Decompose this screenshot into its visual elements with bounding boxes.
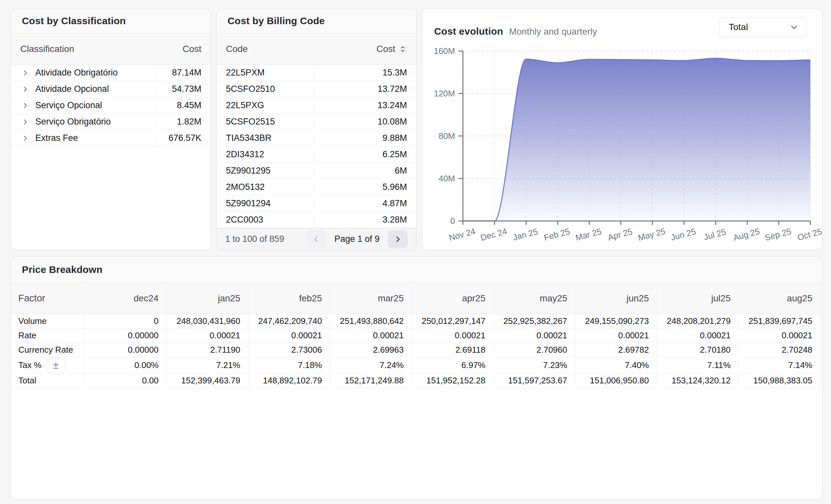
series-select-value: Total (729, 22, 748, 32)
classification-table-body: Atividade Obrigatório87.14MAtividade Opc… (11, 65, 210, 250)
price-value-cell: 7.24% (330, 357, 411, 373)
billing-cost-value: 15.3M (315, 65, 416, 81)
tax-stepper-button[interactable]: ± (47, 358, 65, 373)
billing-row[interactable]: 5CSFO251013.72M (217, 81, 416, 97)
billing-pagination: 1 to 100 of 859 Page 1 of 9 (217, 228, 416, 250)
billing-cost-value: 6M (315, 163, 416, 179)
factor-name: Currency Rate (18, 345, 73, 355)
x-axis-tick-label: Jul 25 (703, 227, 727, 242)
chevron-right-icon[interactable] (21, 118, 29, 126)
billing-row[interactable]: 22L5PXG13.24M (217, 97, 416, 114)
billing-code-cell: 2CC0003 (217, 212, 315, 228)
billing-panel-title: Cost by Billing Code (228, 16, 325, 27)
price-value-cell: 153,124,320.12 (657, 374, 739, 388)
chevron-right-icon[interactable] (21, 85, 29, 93)
price-table-header: Factor dec24jan25feb25mar25apr25may25jun… (11, 283, 822, 314)
cost-evolution-area-chart[interactable]: 040M80M120M160MNov 24Dec 24Jan 25Feb 25M… (422, 9, 822, 250)
chevron-right-icon[interactable] (21, 101, 29, 110)
classification-table-header: Classification Cost (11, 33, 210, 65)
price-value-cell: 150,988,383.05 (739, 374, 820, 388)
billing-cost-value: 3.28M (315, 212, 416, 228)
price-row: Tax %±0.00%7.21%7.18%7.24%6.97%7.23%7.40… (11, 357, 822, 374)
price-value-cell: 247,462,209,740 (248, 314, 330, 328)
price-value-cell: 248,030,431,960 (166, 314, 248, 328)
classification-name-cell: Serviço Opcional (11, 97, 157, 113)
x-axis-tick-label: Jun 25 (670, 227, 697, 242)
price-factor-label: Volume (11, 314, 85, 328)
x-axis-tick-label: May 25 (637, 226, 666, 243)
price-value-cell: 251,839,697,745 (739, 314, 820, 328)
row-spacer-cell (820, 343, 823, 357)
price-value-cell: 0.00021 (657, 328, 739, 343)
billing-row[interactable]: 22L5PXM15.3M (217, 65, 416, 81)
price-value-cell: 252,925,382,267 (493, 314, 575, 328)
price-value-cell: 2.69963 (330, 343, 411, 357)
classification-row[interactable]: Atividade Opcional54.73M (11, 81, 210, 97)
price-row: Volume0248,030,431,960247,462,209,740251… (11, 314, 822, 328)
billing-row[interactable]: 2DI343126.25M (217, 146, 416, 163)
billing-code-cell: 22L5PXM (217, 65, 315, 81)
billing-row[interactable]: 5CSFO251510.08M (217, 114, 416, 130)
billing-code-cell: 5Z9901294 (217, 196, 315, 211)
price-value-cell: 7.11% (657, 357, 739, 373)
classification-cost-value: 1.82M (157, 114, 210, 130)
billing-table-body: 22L5PXM15.3M5CSFO251013.72M22L5PXG13.24M… (217, 65, 416, 228)
billing-code-cell: 2MO5132 (217, 179, 315, 195)
factor-name: Total (18, 376, 36, 386)
price-value-cell: 2.69118 (411, 343, 493, 357)
classification-name-cell: Atividade Obrigatório (11, 65, 157, 81)
classification-row[interactable]: Serviço Opcional8.45M (11, 97, 210, 114)
billing-row[interactable]: 2MO51325.96M (217, 179, 416, 196)
price-factor-label: Rate (11, 328, 85, 343)
price-value-cell: 6.97% (411, 357, 493, 373)
billing-row[interactable]: 5Z99012944.87M (217, 196, 416, 212)
classification-row[interactable]: Extras Fee676.57K (11, 130, 210, 146)
classification-label: Extras Fee (35, 133, 78, 143)
sort-icon (399, 45, 407, 53)
month-col-header: dec24 (85, 283, 166, 314)
price-value-cell: 0.00021 (411, 328, 493, 343)
billing-code-cell: TIA5343BR (217, 130, 315, 146)
row-spacer-cell (820, 328, 823, 343)
cost-evolution-panel: Cost evolution Monthly and quarterly Tot… (422, 8, 823, 250)
factor-name: Rate (18, 330, 36, 340)
price-value-cell: 0.00021 (166, 328, 248, 343)
price-value-cell: 0 (85, 314, 166, 328)
factor-name: Tax % (18, 360, 41, 370)
billing-row[interactable]: 2CC00033.28M (217, 212, 416, 228)
price-value-cell: 0.00% (85, 357, 166, 373)
price-value-cell: 148,892,102.79 (248, 374, 330, 388)
price-panel-title: Price Breakdown (22, 264, 102, 275)
price-value-cell: 7.14% (739, 357, 820, 373)
billing-cost-value: 10.08M (315, 114, 416, 130)
price-value-cell: 0.00000 (85, 328, 166, 343)
pagination-next-button[interactable] (388, 231, 408, 248)
cost-by-classification-panel: Cost by Classification Classification Co… (11, 8, 211, 250)
billing-cost-sort-header[interactable]: Cost (376, 44, 407, 54)
classification-row[interactable]: Serviço Obrigatório1.82M (11, 114, 210, 130)
billing-row[interactable]: 5Z99012956M (217, 163, 416, 179)
x-axis-tick-label: Nov 24 (448, 226, 476, 242)
price-value-cell: 7.40% (575, 357, 657, 373)
price-value-cell: 7.21% (166, 357, 248, 373)
billing-cost-value: 4.87M (315, 196, 416, 211)
month-col-header: mar25 (330, 283, 411, 314)
billing-cost-col-header: Cost (376, 44, 395, 54)
billing-row[interactable]: TIA5343BR9.88M (217, 130, 416, 146)
pagination-page-label: Page 1 of 9 (335, 234, 379, 244)
chevron-down-icon (789, 22, 799, 32)
classification-label: Atividade Opcional (35, 84, 109, 94)
y-axis-tick-label: 40M (438, 174, 455, 183)
price-value-cell: 7.23% (493, 357, 575, 373)
chart-header: Cost evolution Monthly and quarterly (434, 26, 597, 37)
chevron-right-icon[interactable] (21, 134, 29, 143)
billing-code-cell: 5CSFO2515 (217, 114, 315, 130)
classification-name-cell: Extras Fee (11, 130, 157, 146)
row-spacer-cell (820, 357, 823, 373)
classification-row[interactable]: Atividade Obrigatório87.14M (11, 65, 210, 81)
series-select-dropdown[interactable]: Total (719, 17, 806, 37)
billing-table-header: Code Cost (217, 33, 416, 65)
price-value-cell: 0.00 (85, 374, 166, 388)
chevron-right-icon[interactable] (21, 69, 29, 77)
pagination-prev-button[interactable] (306, 231, 326, 248)
